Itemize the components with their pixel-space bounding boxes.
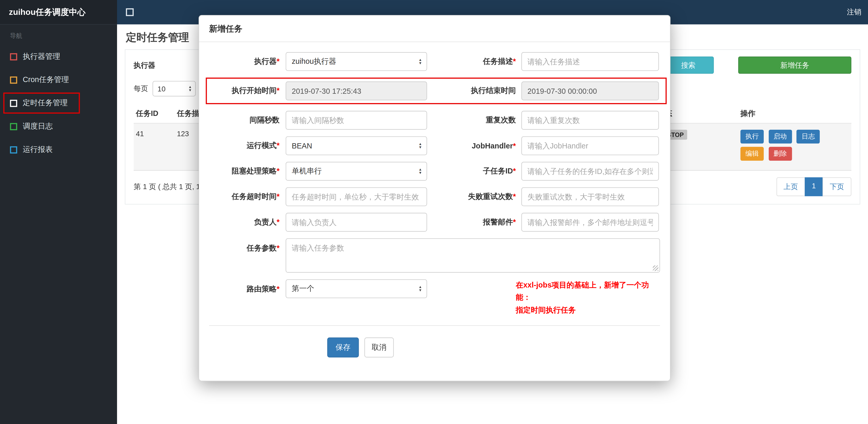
fail-retry-count-input[interactable]: [521, 187, 659, 206]
required-marker: *: [277, 192, 279, 200]
required-marker: *: [277, 57, 279, 65]
sidebar-item-executor-manage[interactable]: 执行器管理: [0, 45, 117, 68]
field-label-task-desc: 任务描述*: [427, 57, 521, 66]
sidebar-item-dispatch-logs[interactable]: 调度日志: [0, 115, 117, 138]
field-label-task-params: 任务参数*: [209, 238, 286, 253]
field-label-start-time: 执行开始时间*: [209, 86, 286, 96]
start-button[interactable]: 启动: [768, 130, 792, 143]
textarea-resize-handle[interactable]: [653, 265, 658, 271]
form-row-owner: 负责人* 报警邮件*: [209, 213, 660, 232]
field-label-interval-seconds: 间隔秒数: [209, 116, 286, 125]
next-page-button[interactable]: 下页: [823, 177, 851, 196]
sidebar-item-run-reports[interactable]: 运行报表: [0, 138, 117, 161]
modal-footer: 保存 取消: [209, 325, 660, 381]
app-brand: zuihou任务调度中心: [0, 0, 117, 25]
per-page-prefix: 每页: [134, 84, 148, 94]
required-marker: *: [277, 285, 279, 293]
end-time-input[interactable]: [521, 81, 659, 100]
per-page-select[interactable]: 10: [153, 81, 196, 97]
cancel-button[interactable]: 取消: [364, 337, 394, 357]
log-button[interactable]: 日志: [797, 130, 820, 143]
executor-select-value: zuihou执行器: [292, 57, 336, 66]
task-params-textarea[interactable]: [286, 238, 660, 273]
task-timeout-input[interactable]: [286, 187, 427, 206]
route-strategy-select-value: 第一个: [292, 284, 314, 294]
select-arrows-icon: [418, 286, 422, 292]
sidebar-item-cron-tasks[interactable]: Cron任务管理: [0, 68, 117, 91]
prev-page-button[interactable]: 上页: [776, 177, 805, 196]
screen: zuihou任务调度中心 注销 导航 执行器管理 Cron任务管理 定时任务管理…: [0, 0, 868, 424]
field-label-fail-retry-count: 失败重试次数*: [427, 192, 521, 202]
col-header-actions: 操作: [738, 104, 851, 123]
pagination-summary: 第 1 页 ( 总共 1 页, 1: [134, 182, 200, 192]
required-marker: *: [513, 167, 516, 175]
feature-note-line1: 在xxl-jobs项目的基础上，新增了一个功能：: [516, 279, 660, 304]
task-desc-input[interactable]: [521, 52, 659, 71]
required-marker: *: [513, 218, 516, 226]
field-label-owner: 负责人*: [209, 217, 286, 227]
required-marker: *: [277, 141, 279, 150]
sidebar-item-label: 调度日志: [23, 121, 53, 131]
square-icon: [10, 123, 17, 130]
form-row-executor: 执行器* zuihou执行器 任务描述*: [209, 52, 660, 71]
field-label-block-strategy: 阻塞处理策略*: [209, 166, 286, 176]
delete-button[interactable]: 删除: [768, 147, 792, 161]
square-icon: [10, 76, 17, 84]
required-marker: *: [277, 87, 279, 95]
required-marker: *: [513, 57, 516, 65]
sidebar-item-scheduled-tasks[interactable]: 定时任务管理: [0, 91, 117, 115]
menu-collapse-icon[interactable]: [126, 8, 134, 16]
logout-link[interactable]: 注销: [847, 7, 861, 17]
form-row-interval: 间隔秒数 重复次数: [209, 111, 660, 130]
modal-title: 新增任务: [199, 15, 670, 42]
add-task-button[interactable]: 新增任务: [738, 57, 851, 74]
modal-body: 执行器* zuihou执行器 任务描述* 执行开始时间* 执行: [199, 42, 670, 317]
select-arrows-icon: [418, 142, 422, 149]
child-task-id-input[interactable]: [521, 162, 659, 181]
alarm-email-input[interactable]: [521, 213, 659, 232]
executor-select[interactable]: zuihou执行器: [286, 52, 427, 71]
square-icon: [10, 99, 17, 107]
form-row-route-strategy: 路由策略* 第一个 在xxl-jobs项目的基础上，新增了一个功能： 指定时间执…: [209, 279, 660, 316]
form-row-timeout: 任务超时时间* 失败重试次数*: [209, 187, 660, 206]
repeat-count-input[interactable]: [521, 111, 659, 130]
cell-actions: 执行 启动 日志 编辑 删除: [738, 124, 851, 170]
field-label-repeat-count: 重复次数: [427, 116, 521, 125]
route-strategy-select[interactable]: 第一个: [286, 279, 427, 298]
required-marker: *: [513, 142, 516, 150]
feature-note-line2: 指定时间执行任务: [516, 304, 660, 316]
owner-input[interactable]: [286, 213, 427, 232]
form-row-exec-time: 执行开始时间* 执行结束时间: [206, 77, 666, 104]
field-label-route-strategy: 路由策略*: [209, 279, 286, 294]
add-task-modal: 新增任务 执行器* zuihou执行器 任务描述* 执行开始时间*: [198, 15, 671, 381]
interval-seconds-input[interactable]: [286, 111, 427, 130]
form-row-block-strategy: 阻塞处理策略* 单机串行 子任务ID*: [209, 162, 660, 181]
field-label-jobhandler: JobHandler*: [427, 142, 521, 150]
select-arrows-icon: [418, 168, 422, 175]
required-marker: *: [277, 244, 279, 252]
field-label-task-timeout: 任务超时时间*: [209, 192, 286, 202]
run-button[interactable]: 执行: [741, 130, 764, 143]
sidebar-item-label: 运行报表: [23, 144, 53, 155]
page-1-button[interactable]: 1: [805, 177, 823, 196]
field-label-executor: 执行器*: [209, 57, 286, 66]
cell-task-id: 41: [134, 124, 175, 144]
jobhandler-input[interactable]: [521, 136, 659, 155]
feature-note: 在xxl-jobs项目的基础上，新增了一个功能： 指定时间执行任务: [516, 279, 660, 316]
block-strategy-select-value: 单机串行: [292, 166, 322, 176]
square-icon: [10, 53, 17, 60]
per-page-value: 10: [157, 85, 165, 93]
field-label-child-task-id: 子任务ID*: [427, 166, 521, 176]
executor-filter-label: 执行器: [134, 60, 155, 70]
block-strategy-select[interactable]: 单机串行: [286, 162, 427, 181]
field-label-alarm-email: 报警邮件*: [427, 217, 521, 227]
start-time-input[interactable]: [286, 81, 427, 100]
field-label-end-time: 执行结束时间: [427, 86, 521, 96]
select-arrows-icon: [418, 58, 422, 65]
required-marker: *: [513, 192, 516, 200]
col-header-task-id: 任务ID: [134, 104, 175, 123]
required-marker: *: [277, 167, 279, 175]
save-button[interactable]: 保存: [327, 337, 359, 357]
edit-button[interactable]: 编辑: [741, 147, 764, 161]
run-mode-select[interactable]: BEAN: [286, 136, 427, 155]
